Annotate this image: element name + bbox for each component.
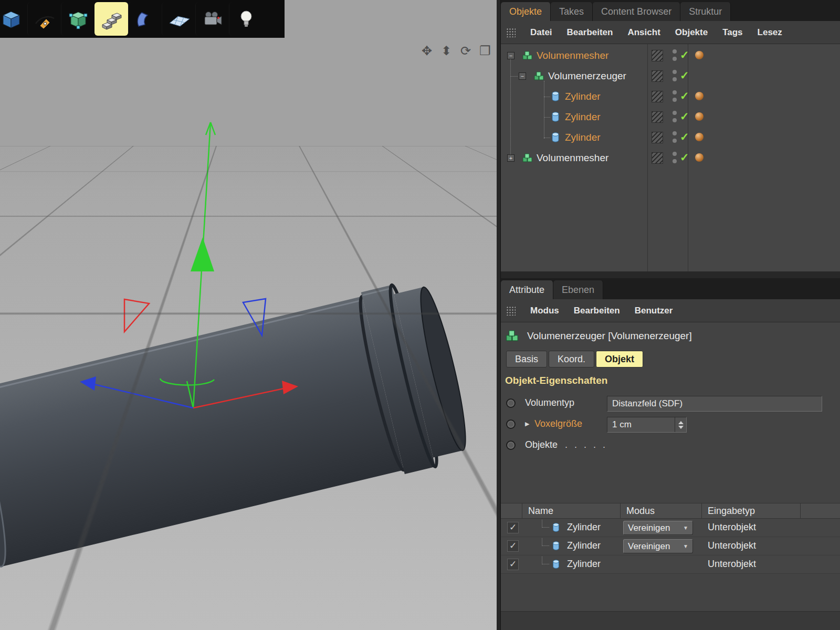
array-stairs-icon [100,7,123,30]
menu-bearbeiten[interactable]: Bearbeiten [567,27,613,38]
drag-handle-icon[interactable] [506,306,516,316]
visibility-dots[interactable] [673,90,677,102]
row-name[interactable]: Zylinder [567,559,601,570]
volumentyp-dropdown[interactable]: Distanzfeld (SDF) [607,396,822,412]
material-tag[interactable] [695,153,704,162]
tree-row: Zylinder ✓ [501,128,840,148]
menu-lesezeichen[interactable]: Lesez [758,27,782,38]
tree-item-label[interactable]: Volumenerzeuger [548,70,626,82]
visibility-dots[interactable] [673,70,677,81]
tab-basis[interactable]: Basis [506,351,547,368]
enable-checkbox[interactable]: ✓ [507,559,519,570]
column-header-modus[interactable]: Modus [626,506,655,517]
column-header-name[interactable]: Name [528,506,553,517]
viewport-canvas[interactable] [0,0,497,630]
layer-toggle[interactable] [652,132,663,143]
enable-checkbox[interactable]: ✓ [507,540,519,552]
y-axis-handle[interactable] [191,237,214,271]
disclosure-icon[interactable]: ▶ [525,421,529,427]
floor-plane-tool[interactable] [162,2,195,36]
toolbar [0,0,285,38]
maximize-icon[interactable]: ❐ [478,43,492,59]
row-name[interactable]: Zylinder [567,522,601,533]
object-manager-tabs: Objekte Takes Content Browser Struktur [501,0,840,21]
modus-dropdown[interactable]: Vereinigen ▼ [623,521,693,535]
bend-deformer-tool[interactable] [128,2,162,36]
enabled-check-icon[interactable]: ✓ [680,49,689,61]
camera-tool[interactable] [195,2,229,36]
column-header-eingabetyp[interactable]: Eingabetyp [708,506,755,517]
material-tag[interactable] [695,133,704,141]
tree-item-label[interactable]: Zylinder [565,91,601,102]
keyframe-circle-icon[interactable] [506,398,516,408]
tree-item-label[interactable]: Volumenmesher [537,50,608,61]
expander-icon[interactable]: + [507,154,514,162]
enable-checkbox[interactable]: ✓ [507,522,519,533]
menu-ansicht[interactable]: Ansicht [627,27,660,38]
table-row: ✓ Zylinder Vereinigen ▼ Unterobjekt [501,519,840,537]
cylinder-object[interactable] [0,275,476,574]
pan-icon[interactable]: ✥ [419,43,434,59]
tree-item-label[interactable]: Zylinder [565,111,601,123]
tree-item-label[interactable]: Zylinder [565,132,601,143]
modeling-cube-tool[interactable] [61,2,94,36]
voxelgroesse-row: ▶ Voxelgröße 1 cm [501,416,840,434]
dolly-icon[interactable]: ⬍ [439,43,454,59]
keyframe-circle-icon[interactable] [506,440,516,450]
array-generator-tool[interactable] [94,2,128,36]
enabled-check-icon[interactable]: ✓ [680,69,689,82]
visibility-dots[interactable] [673,49,677,61]
keyframe-circle-icon[interactable] [506,419,516,429]
light-tool[interactable] [229,2,262,36]
tree-item-label[interactable]: Volumenmesher [537,152,608,164]
layer-toggle[interactable] [652,70,663,82]
tab-struktur[interactable]: Struktur [680,2,731,21]
row-name[interactable]: Zylinder [567,540,601,551]
stepper-icon[interactable] [675,417,686,432]
xy-plane-handle[interactable] [124,299,149,332]
expander-icon[interactable]: − [519,72,526,80]
tab-objekte[interactable]: Objekte [501,2,551,21]
tab-content-browser[interactable]: Content Browser [593,2,680,21]
spline-pen-tool[interactable] [27,2,61,36]
orbit-icon[interactable]: ⟳ [458,43,473,59]
enabled-check-icon[interactable]: ✓ [680,110,689,123]
layer-toggle[interactable] [652,91,663,102]
tab-koord[interactable]: Koord. [549,351,594,368]
menu-modus[interactable]: Modus [530,306,559,316]
spline-pen-icon [33,7,56,30]
layer-toggle[interactable] [652,152,663,164]
section-tabs: Basis Koord. Objekt [506,351,643,368]
tab-attribute[interactable]: Attribute [501,280,553,299]
enabled-check-icon[interactable]: ✓ [680,131,689,143]
menu-bearbeiten[interactable]: Bearbeiten [574,306,620,316]
tree-row: Zylinder ✓ [501,87,840,107]
cube-primitive-tool[interactable] [0,2,27,36]
menu-tags[interactable]: Tags [722,27,742,38]
material-tag[interactable] [695,112,704,121]
layer-toggle[interactable] [652,111,663,123]
drag-handle-icon[interactable] [506,28,516,37]
modus-dropdown[interactable]: Vereinigen ▼ [623,539,693,553]
tab-takes[interactable]: Takes [551,2,593,21]
visibility-dots[interactable] [673,131,677,143]
layer-toggle[interactable] [652,50,663,61]
menu-datei[interactable]: Datei [530,27,552,38]
plane-grid-icon [167,7,191,30]
volumenerzeuger-icon [505,329,520,343]
material-tag[interactable] [695,92,704,100]
enabled-check-icon[interactable]: ✓ [680,90,689,102]
tab-ebenen[interactable]: Ebenen [553,280,603,299]
enabled-check-icon[interactable]: ✓ [680,151,689,164]
voxelgroesse-input[interactable]: 1 cm [607,417,687,433]
visibility-dots[interactable] [673,152,677,163]
material-tag[interactable] [695,51,704,59]
tab-objekt[interactable]: Objekt [596,351,643,368]
tree-row: Zylinder ✓ [501,107,840,128]
viewport[interactable]: ✥ ⬍ ⟳ ❐ [0,0,497,630]
menu-benutzer[interactable]: Benutzer [635,306,673,316]
expander-icon[interactable]: − [507,52,514,59]
menu-objekte[interactable]: Objekte [675,27,708,38]
tree-row: − Volumenerzeuger ✓ [501,66,840,87]
visibility-dots[interactable] [673,111,677,122]
